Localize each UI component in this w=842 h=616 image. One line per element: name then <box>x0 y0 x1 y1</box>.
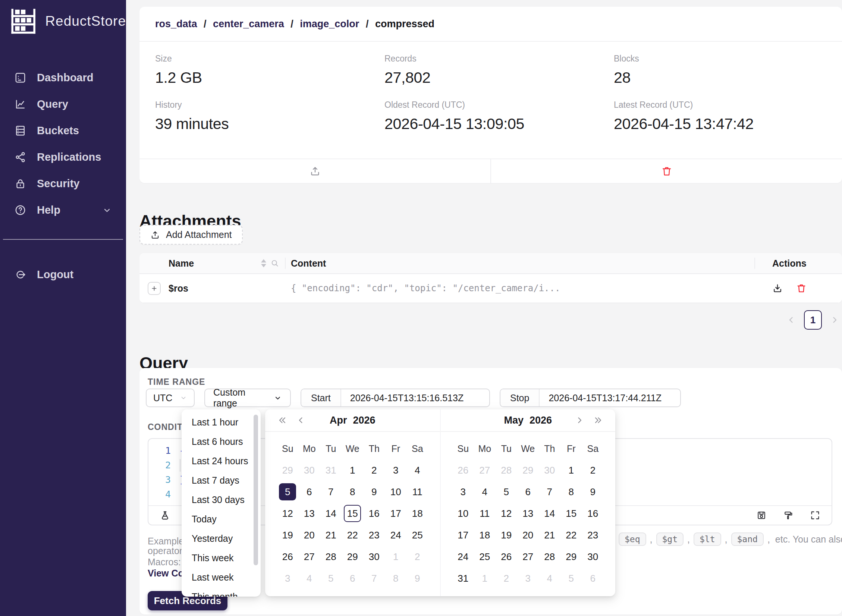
calendar-day[interactable]: 13 <box>519 505 537 522</box>
calendar-day[interactable]: 10 <box>387 483 404 500</box>
calendar-day[interactable]: 5 <box>498 483 515 500</box>
calendar-day[interactable]: 6 <box>584 570 601 587</box>
calendar-day[interactable]: 31 <box>455 570 472 587</box>
calendar-day[interactable]: 14 <box>541 505 558 522</box>
calendar-day[interactable]: 31 <box>322 462 339 479</box>
sidebar-item-security[interactable]: Security <box>0 170 126 197</box>
calendar-day[interactable]: 20 <box>519 527 537 544</box>
calendar-day[interactable]: 26 <box>498 548 515 565</box>
calendar-day[interactable]: 21 <box>541 527 558 544</box>
calendar-day[interactable]: 14 <box>322 505 339 522</box>
calendar-day[interactable]: 1 <box>563 462 580 479</box>
calendar-day[interactable]: 2 <box>409 548 426 565</box>
preset-option-today[interactable]: Today <box>182 509 261 529</box>
calendar-day[interactable]: 6 <box>301 483 318 500</box>
calendar-day[interactable]: 30 <box>584 548 601 565</box>
delete-attachment-button[interactable] <box>796 283 807 293</box>
prev-year-icon[interactable] <box>278 416 287 425</box>
month-label[interactable]: Apr <box>330 415 347 426</box>
calendar-day[interactable]: 9 <box>584 483 601 500</box>
format-icon[interactable] <box>783 510 794 521</box>
fullscreen-icon[interactable] <box>810 510 820 521</box>
sidebar-item-help[interactable]: Help <box>0 197 126 223</box>
calendar-day[interactable]: 17 <box>387 505 404 522</box>
calendar-day[interactable]: 24 <box>387 527 404 544</box>
calendar-day[interactable]: 21 <box>322 527 339 544</box>
calendar-day[interactable]: 29 <box>563 548 580 565</box>
calendar-day[interactable]: 9 <box>365 483 383 500</box>
calendar-day[interactable]: 4 <box>541 570 558 587</box>
preset-option-last-week[interactable]: Last week <box>182 568 261 587</box>
month-label[interactable]: May <box>504 415 524 426</box>
calendar-day[interactable]: 3 <box>455 483 472 500</box>
calendar-day[interactable]: 1 <box>344 462 361 479</box>
breadcrumb-entry-1[interactable]: center_camera <box>213 18 284 29</box>
preset-option-this-week[interactable]: This week <box>182 548 261 568</box>
delete-entry-button[interactable] <box>490 159 842 183</box>
sidebar-item-dashboard[interactable]: Dashboard <box>0 65 126 91</box>
calendar-day[interactable]: 16 <box>584 505 601 522</box>
calendar-day[interactable]: 23 <box>584 527 601 544</box>
calendar-day-today[interactable]: 15 <box>344 505 361 522</box>
calendar-day[interactable]: 19 <box>498 527 515 544</box>
calendar-day[interactable]: 22 <box>563 527 580 544</box>
calendar-day[interactable]: 1 <box>387 548 404 565</box>
preset-option-this-month[interactable]: This month <box>182 587 261 597</box>
calendar-day[interactable]: 25 <box>409 527 426 544</box>
calendar-day[interactable]: 27 <box>476 462 493 479</box>
expand-row-button[interactable] <box>148 282 161 295</box>
menu-scrollbar[interactable] <box>254 415 258 565</box>
calendar-day[interactable]: 26 <box>455 462 472 479</box>
calendar-day[interactable]: 22 <box>344 527 361 544</box>
preset-option-yesterday[interactable]: Yesterday <box>182 529 261 548</box>
prev-month-icon[interactable] <box>296 416 305 425</box>
calendar-day[interactable]: 25 <box>476 548 493 565</box>
calendar-day[interactable]: 23 <box>365 527 383 544</box>
calendar-day[interactable]: 1 <box>476 570 493 587</box>
sidebar-item-query[interactable]: Query <box>0 91 126 117</box>
upload-record-button[interactable] <box>139 159 490 183</box>
breadcrumb-bucket[interactable]: ros_data <box>155 18 197 29</box>
calendar-day[interactable]: 26 <box>279 548 296 565</box>
calendar-day[interactable]: 8 <box>387 570 404 587</box>
sort-control[interactable] <box>261 259 266 267</box>
sidebar-item-buckets[interactable]: Buckets <box>0 117 126 144</box>
year-label[interactable]: 2026 <box>353 415 375 426</box>
range-preset-select[interactable]: Custom range <box>204 389 291 407</box>
calendar-day[interactable]: 9 <box>409 570 426 587</box>
year-label[interactable]: 2026 <box>530 415 552 426</box>
calendar-day-selected[interactable]: 5 <box>279 483 296 500</box>
calendar-day[interactable]: 18 <box>476 527 493 544</box>
calendar-day[interactable]: 10 <box>455 505 472 522</box>
sidebar-item-replications[interactable]: Replications <box>0 144 126 170</box>
preset-option-last-6-hours[interactable]: Last 6 hours <box>182 432 261 451</box>
start-input[interactable]: 2026-04-15T13:15:16.513Z <box>341 393 472 403</box>
calendar-day[interactable]: 16 <box>365 505 383 522</box>
calendar-day[interactable]: 7 <box>322 483 339 500</box>
calendar-day[interactable]: 8 <box>563 483 580 500</box>
calendar-day[interactable]: 15 <box>563 505 580 522</box>
calendar-day[interactable]: 4 <box>409 462 426 479</box>
calendar-day[interactable]: 20 <box>301 527 318 544</box>
prev-page-button[interactable] <box>787 315 796 324</box>
calendar-day[interactable]: 4 <box>476 483 493 500</box>
preset-option-last-24-hours[interactable]: Last 24 hours <box>182 451 261 471</box>
calendar-day[interactable]: 8 <box>344 483 361 500</box>
calendar-day[interactable]: 29 <box>344 548 361 565</box>
calendar-day[interactable]: 11 <box>476 505 493 522</box>
breadcrumb-entry-2[interactable]: image_color <box>300 18 359 29</box>
download-attachment-button[interactable] <box>772 283 783 293</box>
calendar-day[interactable]: 30 <box>301 462 318 479</box>
preset-option-last-1-hour[interactable]: Last 1 hour <box>182 412 261 432</box>
calendar-day[interactable]: 19 <box>279 527 296 544</box>
calendar-day[interactable]: 2 <box>584 462 601 479</box>
add-attachment-button[interactable]: Add Attachment <box>139 225 243 245</box>
calendar-day[interactable]: 5 <box>563 570 580 587</box>
preset-option-last-7-days[interactable]: Last 7 days <box>182 471 261 490</box>
save-icon[interactable] <box>756 510 767 521</box>
calendar-day[interactable]: 27 <box>519 548 537 565</box>
calendar-day[interactable]: 29 <box>279 462 296 479</box>
calendar-day[interactable]: 2 <box>365 462 383 479</box>
calendar-day[interactable]: 18 <box>409 505 426 522</box>
calendar-day[interactable]: 12 <box>279 505 296 522</box>
